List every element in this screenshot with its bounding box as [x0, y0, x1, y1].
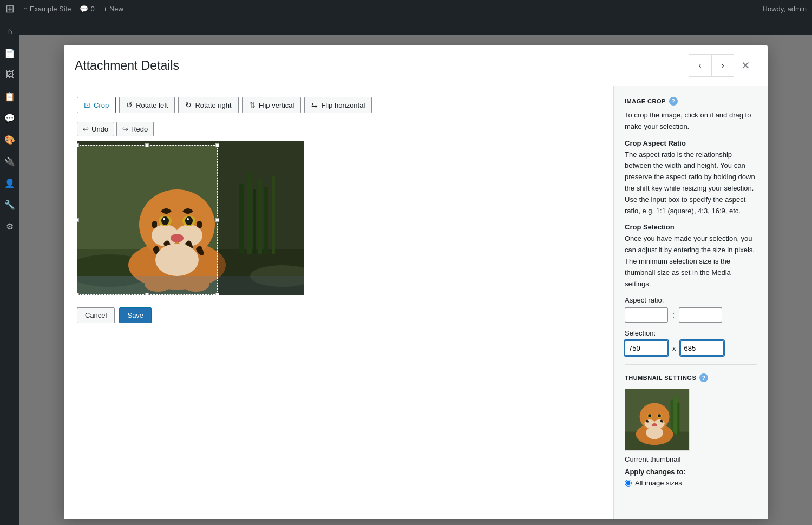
aspect-ratio-separator: : — [672, 311, 675, 319]
modal-header: Attachment Details ‹ › ✕ — [64, 45, 768, 86]
modal-body: ⊡ Crop ↺ Rotate left ↻ Rotate right ⇅ — [64, 86, 768, 519]
home-icon: ⌂ — [23, 5, 28, 13]
aspect-ratio-height-input[interactable] — [679, 307, 722, 323]
image-crop-intro: To crop the image, click on it and drag … — [625, 110, 757, 133]
sidebar-icon-tools[interactable]: 🔧 — [0, 195, 19, 214]
aspect-ratio-label: Aspect ratio: — [625, 296, 757, 304]
rotate-right-button[interactable]: ↻ Rotate right — [178, 97, 238, 113]
thumbnail-settings-help-icon[interactable]: ? — [699, 373, 708, 382]
thumbnail-preview — [625, 389, 690, 451]
image-crop-title: IMAGE CROP ? — [625, 97, 757, 106]
modal-header-actions: ‹ › ✕ — [689, 54, 757, 77]
save-button[interactable]: Save — [119, 307, 152, 323]
svg-point-17 — [161, 216, 169, 225]
svg-point-20 — [187, 218, 189, 220]
selection-group: Selection: x — [625, 329, 757, 356]
redo-button[interactable]: ↪ Redo — [116, 122, 154, 136]
attachment-details-modal: Attachment Details ‹ › ✕ ⊡ Crop — [64, 45, 768, 519]
sidebar-icon-plugins[interactable]: 🔌 — [0, 152, 19, 171]
aspect-ratio-group: Aspect ratio: : — [625, 296, 757, 323]
admin-bar: ⊞ ⌂ Example Site 💬 0 + New Howdy, admin — [0, 0, 812, 17]
svg-point-19 — [163, 218, 165, 220]
thumbnail-settings-section: THUMBNAIL SETTINGS ? — [625, 373, 757, 487]
comments-icon: 💬 — [80, 5, 88, 13]
flip-vertical-button[interactable]: ⇅ Flip vertical — [242, 97, 302, 113]
editor-actions: Cancel Save — [77, 307, 600, 323]
selection-separator: x — [672, 344, 676, 352]
new-content[interactable]: + New — [103, 5, 123, 13]
next-attachment-button[interactable]: › — [711, 54, 734, 77]
svg-rect-28 — [674, 395, 677, 435]
editor-toolbar: ⊡ Crop ↺ Rotate left ↻ Rotate right ⇅ — [77, 97, 600, 113]
sidebar-icon-dashboard[interactable]: ⌂ — [0, 22, 19, 41]
panel-divider — [625, 364, 757, 365]
prev-attachment-button[interactable]: ‹ — [689, 54, 711, 77]
svg-rect-24 — [77, 276, 304, 295]
svg-rect-8 — [264, 187, 268, 254]
redo-icon: ↪ — [122, 125, 128, 133]
svg-rect-4 — [239, 184, 244, 254]
wp-logo-icon: ⊞ — [5, 2, 15, 15]
svg-point-37 — [648, 415, 651, 418]
svg-rect-6 — [253, 189, 256, 254]
crop-selection-text: Once you have made your selection, you c… — [625, 233, 757, 290]
sidebar-icon-posts[interactable]: 📄 — [0, 43, 19, 63]
svg-rect-29 — [677, 403, 679, 435]
svg-point-14 — [171, 234, 184, 242]
svg-point-21 — [155, 244, 199, 276]
cancel-button[interactable]: Cancel — [77, 307, 115, 323]
selection-height-input[interactable] — [680, 340, 724, 356]
modal-title: Attachment Details — [75, 58, 179, 73]
flip-horizontal-button[interactable]: ⇆ Flip horizontal — [304, 97, 372, 113]
crop-button[interactable]: ⊡ Crop — [77, 97, 116, 113]
all-image-sizes-radio[interactable] — [625, 480, 632, 487]
current-thumbnail-label: Current thumbnail — [625, 455, 757, 463]
rotate-left-button[interactable]: ↺ Rotate left — [119, 97, 175, 113]
undo-redo-group: ↩ Undo ↪ Redo — [77, 122, 600, 136]
comments-count[interactable]: 💬 0 — [80, 5, 94, 13]
right-panel: IMAGE CROP ? To crop the image, click on… — [613, 86, 768, 519]
svg-rect-7 — [258, 179, 262, 254]
rotate-right-icon: ↻ — [185, 101, 192, 109]
selection-row: x — [625, 340, 757, 356]
image-canvas[interactable] — [77, 141, 304, 295]
sidebar-icon-settings[interactable]: ⚙ — [0, 216, 19, 236]
selection-width-input[interactable] — [625, 340, 668, 356]
svg-point-38 — [658, 415, 661, 418]
admin-greeting: Howdy, admin — [763, 5, 807, 13]
main-content: Attachment Details ‹ › ✕ ⊡ Crop — [19, 35, 812, 525]
sidebar-icon-comments[interactable]: 💬 — [0, 108, 19, 128]
image-crop-help-icon[interactable]: ? — [669, 97, 678, 106]
thumbnail-settings-title: THUMBNAIL SETTINGS ? — [625, 373, 757, 382]
rotate-left-icon: ↺ — [126, 101, 133, 109]
crop-aspect-ratio-text: The aspect ratio is the relationship bet… — [625, 149, 757, 217]
undo-button[interactable]: ↩ Undo — [77, 122, 114, 136]
crop-aspect-ratio-subtitle: Crop Aspect Ratio — [625, 139, 757, 147]
sidebar-icon-users[interactable]: 👤 — [0, 173, 19, 193]
site-name[interactable]: ⌂ Example Site — [23, 5, 71, 13]
all-image-sizes-option[interactable]: All image sizes — [625, 479, 757, 487]
crop-selection-subtitle: Crop Selection — [625, 223, 757, 231]
close-modal-button[interactable]: ✕ — [734, 54, 757, 77]
image-crop-section: IMAGE CROP ? To crop the image, click on… — [625, 97, 757, 356]
selection-label: Selection: — [625, 329, 757, 337]
sidebar-icon-pages[interactable]: 📋 — [0, 87, 19, 106]
flip-horizontal-icon: ⇆ — [311, 101, 318, 109]
modal-overlay: Attachment Details ‹ › ✕ ⊡ Crop — [19, 35, 812, 525]
sidebar-icon-appearance[interactable]: 🎨 — [0, 130, 19, 149]
apply-changes-label: Apply changes to: — [625, 468, 757, 476]
svg-rect-9 — [272, 176, 275, 254]
sidebar-icon-media[interactable]: 🖼 — [0, 65, 19, 84]
aspect-ratio-width-input[interactable] — [625, 307, 668, 323]
image-editor: ⊡ Crop ↺ Rotate left ↻ Rotate right ⇅ — [64, 86, 613, 519]
svg-rect-5 — [247, 173, 252, 254]
tiger-image[interactable] — [77, 141, 304, 295]
svg-point-18 — [185, 216, 193, 225]
wp-sidebar: ⌂ 📄 🖼 📋 💬 🎨 🔌 👤 🔧 ⚙ — [0, 17, 19, 525]
svg-rect-27 — [671, 400, 673, 435]
svg-point-39 — [646, 426, 663, 439]
flip-vertical-icon: ⇅ — [249, 101, 256, 109]
undo-icon: ↩ — [83, 125, 89, 133]
crop-icon: ⊡ — [84, 101, 90, 109]
aspect-ratio-row: : — [625, 307, 757, 323]
